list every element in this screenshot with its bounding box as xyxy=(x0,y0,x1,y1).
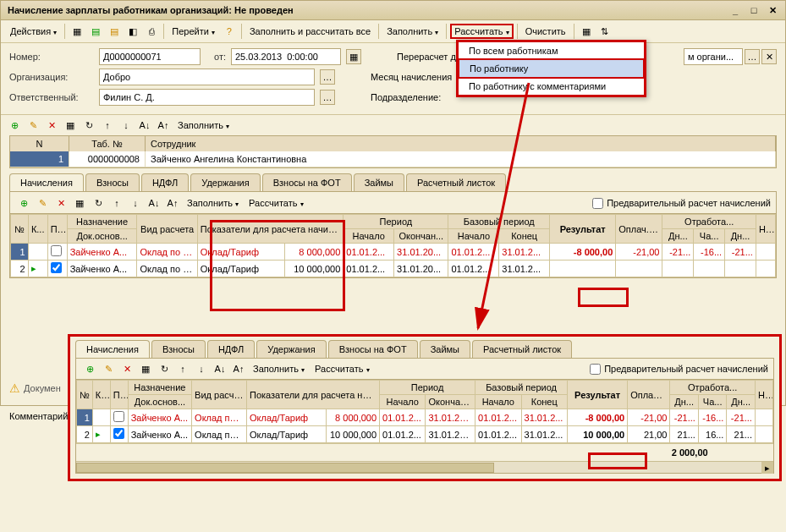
tab2-loans[interactable]: Займы xyxy=(420,340,470,358)
p2-copy-icon[interactable]: ▦ xyxy=(137,360,154,377)
table-row[interactable]: 1 Зайченко А... Оклад по дням Оклад/Тари… xyxy=(77,409,773,426)
tab-deductions[interactable]: Удержания xyxy=(190,173,260,191)
result-grid[interactable]: № К... П... Назначение Вид расчета Показ… xyxy=(76,379,773,473)
close-button[interactable]: ✕ xyxy=(767,4,778,16)
emp-cell-tab: 0000000008 xyxy=(69,151,146,167)
p2-calc-menu[interactable]: Рассчитать ▾ xyxy=(311,361,373,376)
menu-all-employees[interactable]: По всем работникам xyxy=(459,42,644,59)
p2-down-icon[interactable]: ↓ xyxy=(193,360,210,377)
p2-edit-icon[interactable]: ✎ xyxy=(100,360,117,377)
emp-toolbar: ⊕ ✎ ✕ ▦ ↻ ↑ ↓ A↓ A↑ Заполнить ▾ xyxy=(1,115,785,135)
org-ellipsis[interactable]: … xyxy=(320,69,335,85)
doc-icon[interactable]: ▤ xyxy=(106,23,123,40)
move-up-icon[interactable]: ↑ xyxy=(99,117,116,134)
table-row[interactable]: 1 Зайченко А... Оклад по дням Оклад/Тари… xyxy=(11,244,776,261)
org-label: Организация: xyxy=(9,72,94,82)
tab-contributions[interactable]: Взносы xyxy=(85,173,140,191)
clear-button[interactable]: Очистить xyxy=(521,24,570,39)
org-suffix-ellipsis[interactable]: … xyxy=(745,49,760,64)
precalc-checkbox[interactable]: Предварительный расчет начислений xyxy=(592,198,771,209)
emp-cell-name: Зайченко Ангелина Константиновна xyxy=(146,151,776,167)
panel-sdesc-icon[interactable]: A↑ xyxy=(164,195,181,211)
tab2-fot[interactable]: Взносы на ФОТ xyxy=(328,340,418,358)
panel-sasc-icon[interactable]: A↓ xyxy=(146,195,162,211)
p2-sasc-icon[interactable]: A↓ xyxy=(212,360,228,377)
delete-icon[interactable]: ✕ xyxy=(43,117,60,134)
panel-copy-icon[interactable]: ▦ xyxy=(71,195,88,211)
resp-label: Ответственный: xyxy=(9,92,94,102)
month-label: Месяц начисления xyxy=(371,72,452,82)
p2-fill-menu[interactable]: Заполнить ▾ xyxy=(249,361,309,376)
result-panel: Начисления Взносы НДФЛ Удержания Взносы … xyxy=(68,334,782,481)
tab2-accruals[interactable]: Начисления xyxy=(75,340,150,358)
sort-asc-icon[interactable]: A↓ xyxy=(136,117,153,134)
emp-fill-menu[interactable]: Заполнить ▾ xyxy=(173,118,234,133)
precalc-checkbox-input[interactable] xyxy=(592,198,603,209)
tab-payslip[interactable]: Расчетный листок xyxy=(406,173,506,191)
org-suffix-clear[interactable]: ✕ xyxy=(761,49,777,64)
p2-add-icon[interactable]: ⊕ xyxy=(81,360,98,377)
minimize-button[interactable]: _ xyxy=(729,4,741,16)
spreadsheet-icon[interactable]: ▤ xyxy=(87,23,104,40)
panel-calc-menu[interactable]: Рассчитать ▾ xyxy=(245,195,307,211)
panel-refresh-icon[interactable]: ↻ xyxy=(90,195,107,211)
tab2-contributions[interactable]: Взносы xyxy=(151,340,206,358)
refresh-icon[interactable]: ↻ xyxy=(80,117,97,134)
edit-icon[interactable]: ✎ xyxy=(25,117,41,134)
org-input[interactable] xyxy=(99,69,315,85)
tab-fot[interactable]: Взносы на ФОТ xyxy=(262,173,352,191)
table-row[interactable]: 2 ▸ Зайченко А... Оклад по дням Оклад/Та… xyxy=(11,261,776,277)
fill-calc-all-button[interactable]: Заполнить и рассчитать все xyxy=(245,24,375,39)
report-icon[interactable]: ◧ xyxy=(124,23,141,40)
p2-up-icon[interactable]: ↑ xyxy=(174,360,191,377)
scroll-right-icon[interactable]: ▸ xyxy=(761,462,773,474)
emp-header-emp: Сотрудник xyxy=(146,136,776,151)
tab-accruals[interactable]: Начисления xyxy=(9,173,84,191)
p2-sdesc-icon[interactable]: A↑ xyxy=(230,360,247,377)
emp-header-tab: Таб. № xyxy=(69,136,146,151)
go-menu[interactable]: Перейти ▾ xyxy=(168,24,219,39)
sort-icon[interactable]: ⇅ xyxy=(596,23,613,40)
employee-row[interactable]: 1 0000000008 Зайченко Ангелина Константи… xyxy=(10,151,776,167)
panel-fill-menu[interactable]: Заполнить ▾ xyxy=(183,195,243,211)
fill-menu[interactable]: Заполнить ▾ xyxy=(382,24,442,39)
dept-label: Подразделение: xyxy=(371,92,441,102)
copy-icon[interactable]: ▦ xyxy=(62,117,79,134)
employee-table: N Таб. № Сотрудник 1 0000000008 Зайченко… xyxy=(9,135,777,168)
help-icon[interactable]: ? xyxy=(221,23,238,40)
date-input[interactable] xyxy=(231,48,341,65)
post-icon[interactable]: ▦ xyxy=(69,23,85,40)
form-header: Номер: от: ▦ Перерасчет докуме … ✕ Орган… xyxy=(1,43,785,115)
accruals-grid[interactable]: № К... П... Назначение Вид расчета Показ… xyxy=(10,213,776,277)
p2-refresh-icon[interactable]: ↻ xyxy=(156,360,173,377)
resp-ellipsis[interactable]: … xyxy=(320,90,335,105)
p2-delete-icon[interactable]: ✕ xyxy=(118,360,135,377)
tab-loans[interactable]: Займы xyxy=(354,173,404,191)
actions-menu[interactable]: Действия ▾ xyxy=(6,24,61,39)
panel-add-icon[interactable]: ⊕ xyxy=(15,195,32,211)
panel-delete-icon[interactable]: ✕ xyxy=(52,195,69,211)
p2-precalc-checkbox[interactable]: Предварительный расчет начислений xyxy=(590,364,768,375)
menu-by-employee-comments[interactable]: По работнику с комментариями xyxy=(459,78,644,95)
tab2-payslip[interactable]: Расчетный листок xyxy=(472,340,572,358)
sort-desc-icon[interactable]: A↑ xyxy=(155,117,172,134)
number-input[interactable] xyxy=(99,48,201,65)
date-picker-icon[interactable]: ▦ xyxy=(346,49,361,64)
print-icon[interactable]: ⎙ xyxy=(143,23,160,40)
panel-edit-icon[interactable]: ✎ xyxy=(34,195,51,211)
tab-ndfl[interactable]: НДФЛ xyxy=(141,173,189,191)
tab2-ndfl[interactable]: НДФЛ xyxy=(207,340,255,358)
org-suffix-input[interactable] xyxy=(684,48,743,65)
maximize-button[interactable]: □ xyxy=(748,4,760,16)
panel-down-icon[interactable]: ↓ xyxy=(127,195,144,211)
resp-input[interactable] xyxy=(99,89,315,106)
tab2-deductions[interactable]: Удержания xyxy=(256,340,326,358)
calc-menu[interactable]: Рассчитать ▾ xyxy=(450,24,513,39)
horizontal-scrollbar[interactable]: ▸ xyxy=(76,461,773,473)
table-row[interactable]: 2 ▸ Зайченко А... Оклад по дням Оклад/Та… xyxy=(77,426,773,443)
menu-by-employee[interactable]: По работнику xyxy=(458,58,645,79)
move-down-icon[interactable]: ↓ xyxy=(118,117,135,134)
list-settings-icon[interactable]: ▦ xyxy=(578,23,595,40)
panel-up-icon[interactable]: ↑ xyxy=(108,195,125,211)
add-icon[interactable]: ⊕ xyxy=(6,117,23,134)
